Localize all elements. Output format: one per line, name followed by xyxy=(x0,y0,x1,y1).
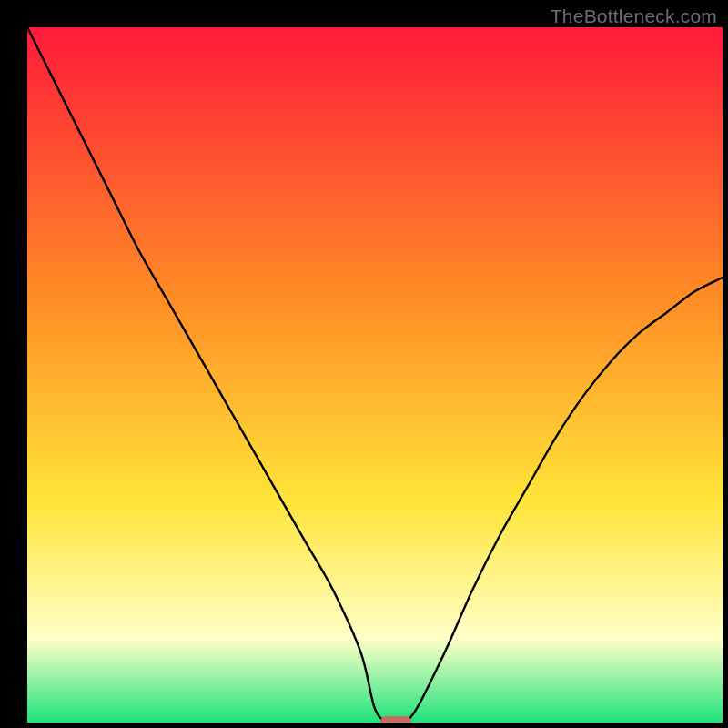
plot-area xyxy=(27,27,723,723)
gradient-background xyxy=(27,27,723,723)
watermark-text: TheBottleneck.com xyxy=(551,5,717,27)
optimum-marker xyxy=(380,716,411,723)
chart-frame: TheBottleneck.com xyxy=(0,0,728,728)
chart-svg xyxy=(27,27,723,723)
